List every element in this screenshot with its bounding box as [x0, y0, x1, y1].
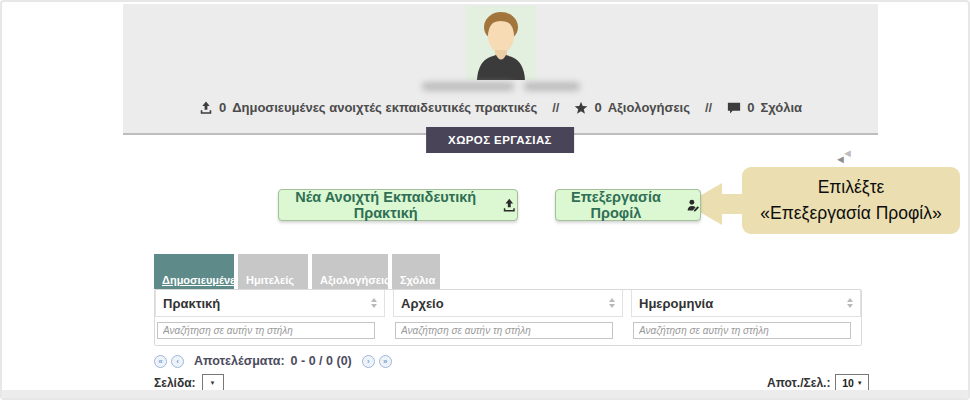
stats-separator: // — [546, 100, 565, 115]
avatar — [466, 6, 536, 80]
upload-icon — [502, 197, 517, 214]
profile-header-panel: 0 Δημοσιευμένες ανοιχτές εκπαιδευτικές π… — [123, 4, 878, 135]
tab-published-practices[interactable]: Δημοσιευμένες Πρακτικές — [154, 254, 234, 289]
avatar-person-illustration — [466, 6, 536, 80]
pointer-arrows-icon: ◄ ◄ — [835, 148, 859, 166]
chevron-down-icon: ▼ — [210, 380, 216, 386]
new-practice-button[interactable]: Νέα Ανοιχτή Εκπαιδευτική Πρακτική — [278, 189, 518, 221]
page: 0 Δημοσιευμένες ανοιχτές εκπαιδευτικές π… — [0, 0, 970, 400]
column-header-file[interactable]: Αρχείο — [393, 290, 623, 317]
column-header-date[interactable]: Ημερομηνία — [631, 290, 861, 317]
prev-page-button[interactable]: ‹ — [171, 355, 184, 368]
tab-incomplete-posts[interactable]: Ημιτελείς αναρτήσεις — [238, 254, 308, 289]
page-select[interactable]: ▼ — [202, 374, 224, 391]
column-search-input-date[interactable] — [633, 322, 851, 339]
callout-tooltip: Επιλέξτε «Επεξεργασία Προφίλ» — [742, 167, 960, 234]
stats-separator: // — [699, 100, 718, 115]
tab-comments[interactable]: Σχόλια — [392, 254, 440, 289]
stat-count: 0 — [747, 100, 754, 115]
practices-table-header: Πρακτική Αρχείο Ημερομηνία — [154, 289, 862, 346]
stat-comments: 0 Σχόλια — [727, 100, 802, 115]
stat-count: 0 — [594, 100, 601, 115]
column-search-input-file[interactable] — [395, 322, 613, 339]
next-page-button[interactable]: › — [362, 355, 375, 368]
new-practice-button-label: Νέα Ανοιχτή Εκπαιδευτική Πρακτική — [279, 189, 492, 221]
footer-strip — [2, 390, 968, 398]
callout-line1: Επιλέξτε — [818, 175, 885, 200]
column-search-input-practice[interactable] — [157, 322, 375, 339]
per-page-value: 10 — [842, 377, 854, 389]
stat-label: Δημοσιευμένες ανοιχτές εκπαιδευτικές πρα… — [232, 100, 537, 115]
stat-count: 0 — [219, 100, 226, 115]
results-pagination: « ‹ Αποτελέσματα: 0 - 0 / 0 (0) › » — [154, 354, 392, 368]
person-edit-icon — [686, 197, 700, 214]
stat-reviews: 0 Αξιολογήσεις — [574, 100, 690, 115]
results-label: Αποτελέσματα: — [194, 354, 285, 368]
stat-label: Σχόλια — [760, 100, 802, 115]
upload-icon — [199, 101, 213, 115]
sort-icon[interactable] — [371, 298, 377, 308]
page-selector-row: Σελίδα: ▼ — [154, 374, 224, 391]
workspace-tabs: Δημοσιευμένες Πρακτικές Ημιτελείς αναρτή… — [154, 254, 440, 289]
stat-published-practices: 0 Δημοσιευμένες ανοιχτές εκπαιδευτικές π… — [199, 100, 537, 115]
edit-profile-button-label: Επεξεργασία Προφίλ — [556, 189, 676, 221]
chevron-down-icon: ▼ — [857, 380, 863, 386]
page-label: Σελίδα: — [154, 376, 196, 390]
edit-profile-button[interactable]: Επεξεργασία Προφίλ — [555, 189, 701, 221]
first-page-button[interactable]: « — [154, 355, 167, 368]
callout-line2: «Επεξεργασία Προφίλ» — [760, 201, 941, 226]
table-column-file: Αρχείο — [393, 290, 623, 345]
table-column-date: Ημερομηνία — [631, 290, 861, 345]
workspace-badge[interactable]: ΧΩΡΟΣ ΕΡΓΑΣΙΑΣ — [426, 127, 574, 153]
profile-stats: 0 Δημοσιευμένες ανοιχτές εκπαιδευτικές π… — [123, 100, 878, 115]
comment-icon — [727, 101, 741, 115]
stat-label: Αξιολογήσεις — [608, 100, 690, 115]
tab-reviews[interactable]: Αξιολογήσεις — [312, 254, 388, 289]
last-page-button[interactable]: » — [379, 355, 392, 368]
sort-icon[interactable] — [609, 298, 615, 308]
results-value: 0 - 0 / 0 (0) — [291, 354, 352, 368]
column-header-practice[interactable]: Πρακτική — [155, 290, 385, 317]
per-page-label: Αποτ./Σελ.: — [767, 376, 830, 390]
sort-icon[interactable] — [847, 298, 853, 308]
star-icon — [574, 101, 588, 115]
user-name-blurred — [422, 82, 580, 91]
table-column-practice: Πρακτική — [155, 290, 385, 345]
